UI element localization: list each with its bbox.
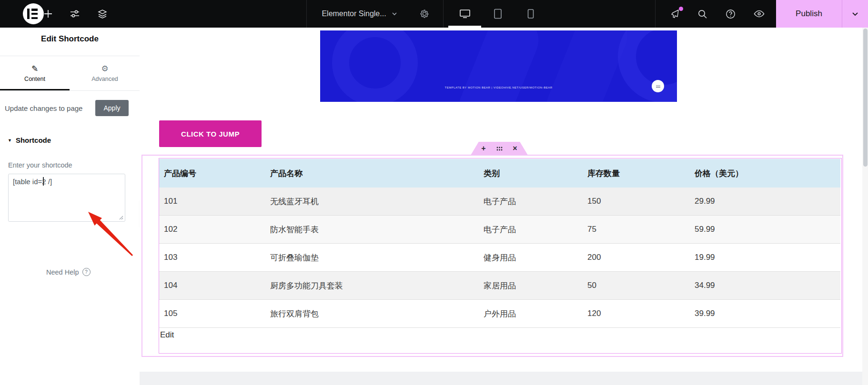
panel-title: Edit Shortcode xyxy=(0,34,140,44)
gear-icon xyxy=(419,9,430,19)
shortcode-field-label: Enter your shortcode xyxy=(8,161,72,169)
document-name-dropdown[interactable]: Elementor Single... xyxy=(312,0,407,28)
table-header-cell: 产品名称 xyxy=(265,159,479,188)
gear-icon: ⚙ xyxy=(101,65,108,73)
table-cell: 可折叠瑜伽垫 xyxy=(265,244,479,272)
table-row: 105旅行双肩背包户外用品12039.99 xyxy=(159,300,840,328)
table-cell: 厨房多功能刀具套装 xyxy=(265,272,479,300)
table-cell: 104 xyxy=(159,272,265,300)
page-settings-button[interactable] xyxy=(414,0,434,28)
tab-advanced-label: Advanced xyxy=(91,76,118,82)
table-cell: 户外用品 xyxy=(479,300,583,328)
device-desktop-button[interactable] xyxy=(448,0,481,28)
add-widget-button[interactable]: + xyxy=(480,145,487,152)
drag-handle[interactable] xyxy=(495,145,503,152)
table-header-cell: 价格（美元） xyxy=(690,159,840,188)
notification-dot xyxy=(679,7,683,11)
table-cell: 旅行双肩背包 xyxy=(265,300,479,328)
drag-dots-icon xyxy=(496,147,503,151)
shortcode-value: [table id=2 /] xyxy=(13,178,52,186)
table-header-cell: 库存数量 xyxy=(583,159,690,188)
banner-sound-button xyxy=(652,80,664,92)
table-cell: 105 xyxy=(159,300,265,328)
table-cell: 103 xyxy=(159,244,265,272)
table-cell: 健身用品 xyxy=(479,244,583,272)
plus-icon xyxy=(43,9,53,19)
tab-advanced[interactable]: ⚙ Advanced xyxy=(70,56,140,90)
table-cell: 75 xyxy=(583,216,690,244)
publish-button[interactable]: Publish xyxy=(776,0,842,28)
table-header-row: 产品编号产品名称类别库存数量价格（美元） xyxy=(159,159,840,188)
device-tablet-button[interactable] xyxy=(481,0,514,28)
tab-content[interactable]: ✎ Content xyxy=(0,56,70,90)
table-cell: 29.99 xyxy=(690,188,840,216)
chevron-down-icon xyxy=(391,10,398,17)
table-cell: 120 xyxy=(583,300,690,328)
table-cell: 无线蓝牙耳机 xyxy=(265,188,479,216)
table-row: 101无线蓝牙耳机电子产品15029.99 xyxy=(159,188,840,216)
table-cell: 50 xyxy=(583,272,690,300)
tab-content-label: Content xyxy=(24,76,45,82)
desktop-icon xyxy=(459,8,471,20)
preview-button[interactable] xyxy=(748,0,769,28)
page-bottom-area xyxy=(140,372,868,385)
table-row: 102防水智能手表电子产品7559.99 xyxy=(159,216,840,244)
update-changes-text: Update changes to page xyxy=(5,104,82,112)
elementor-menu-button[interactable] xyxy=(10,0,38,28)
eye-icon xyxy=(753,9,765,19)
layers-icon xyxy=(97,8,108,20)
hero-banner-image: TEMPLATE BY MOTION BEAR | VIDEOHIVE.NET/… xyxy=(320,30,677,102)
structure-button[interactable] xyxy=(93,0,111,28)
banner-credit-text: TEMPLATE BY MOTION BEAR | VIDEOHIVE.NET/… xyxy=(320,86,677,89)
pencil-icon: ✎ xyxy=(31,65,38,73)
widget-handle: + × xyxy=(471,142,528,155)
table-edit-link[interactable]: Edit xyxy=(160,330,174,340)
publish-group: Publish xyxy=(776,0,868,28)
finder-button[interactable] xyxy=(692,0,713,28)
chevron-down-icon xyxy=(851,10,859,18)
click-to-jump-button[interactable]: CLICK TO JUMP xyxy=(159,120,262,147)
need-help-link[interactable]: Need Help ? xyxy=(46,268,91,276)
shortcode-section-title: Shortcode xyxy=(16,136,51,144)
table-cell: 59.99 xyxy=(690,216,840,244)
table-cell: 电子产品 xyxy=(479,188,583,216)
publish-options-button[interactable] xyxy=(842,0,868,28)
table-cell: 家居用品 xyxy=(479,272,583,300)
add-element-button[interactable] xyxy=(39,0,57,28)
table-row: 103可折叠瑜伽垫健身用品20019.99 xyxy=(159,244,840,272)
banner-artwork xyxy=(320,30,677,102)
shortcode-input[interactable]: [table id=2 /] xyxy=(8,174,125,222)
help-circle-icon: ? xyxy=(82,268,91,276)
resize-handle-icon xyxy=(119,216,123,220)
table-row: 104厨房多功能刀具套装家居用品5034.99 xyxy=(159,272,840,300)
table-cell: 19.99 xyxy=(690,244,840,272)
whats-new-button[interactable] xyxy=(665,0,686,28)
editor-canvas: TEMPLATE BY MOTION BEAR | VIDEOHIVE.NET/… xyxy=(140,28,868,385)
site-settings-button[interactable] xyxy=(66,0,84,28)
shortcode-section-header[interactable]: ▼ Shortcode xyxy=(8,136,51,144)
scrollbar-thumb[interactable] xyxy=(863,29,868,167)
caret-down-icon: ▼ xyxy=(8,138,12,143)
table-cell: 防水智能手表 xyxy=(265,216,479,244)
elementor-editor: Elementor Single... xyxy=(0,0,868,385)
need-help-label: Need Help xyxy=(46,268,79,276)
delete-widget-button[interactable]: × xyxy=(511,145,519,152)
text-caret xyxy=(43,177,44,186)
product-table: 产品编号产品名称类别库存数量价格（美元） 101无线蓝牙耳机电子产品15029.… xyxy=(159,159,840,328)
edit-panel: Edit Shortcode ✎ Content ⚙ Advanced Upda… xyxy=(0,28,140,385)
vertical-scrollbar xyxy=(862,28,868,385)
table-cell: 101 xyxy=(159,188,265,216)
device-mobile-button[interactable] xyxy=(514,0,547,28)
table-header-cell: 类别 xyxy=(479,159,583,188)
search-icon xyxy=(697,9,708,20)
table-header-cell: 产品编号 xyxy=(159,159,265,188)
tablet-icon xyxy=(493,8,503,20)
sliders-icon xyxy=(69,8,81,20)
table-cell: 200 xyxy=(583,244,690,272)
help-button[interactable] xyxy=(720,0,741,28)
apply-button[interactable]: Apply xyxy=(95,100,129,116)
table-cell: 150 xyxy=(583,188,690,216)
top-toolbar: Elementor Single... xyxy=(0,0,868,28)
table-cell: 39.99 xyxy=(690,300,840,328)
table-cell: 电子产品 xyxy=(479,216,583,244)
